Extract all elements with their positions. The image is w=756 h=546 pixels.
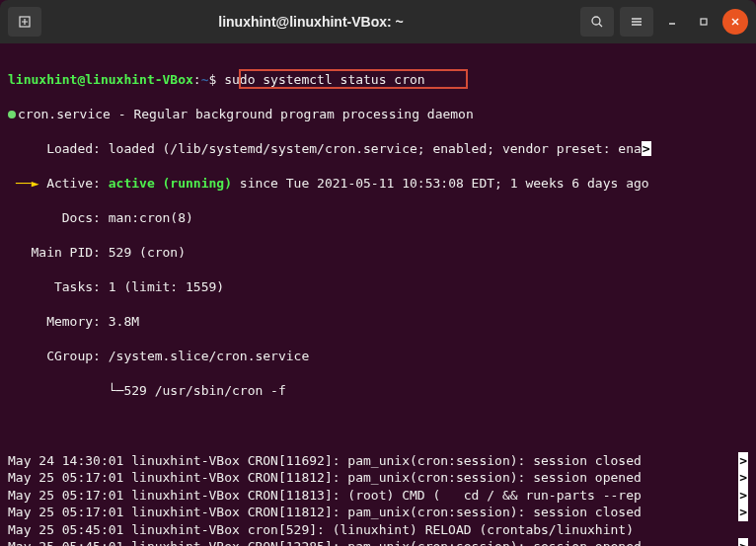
continuation-icon: > (738, 538, 748, 546)
blank-line (8, 417, 748, 434)
continuation-icon: > (738, 504, 748, 521)
svg-line-4 (599, 24, 602, 27)
continuation-icon: > (642, 141, 651, 156)
svg-rect-9 (701, 19, 707, 25)
close-button[interactable] (722, 9, 748, 35)
log-line: May 25 05:17:01 linuxhint-VBox CRON[1181… (8, 487, 748, 505)
minimize-button[interactable] (659, 9, 685, 35)
log-line: May 25 05:17:01 linuxhint-VBox CRON[1181… (8, 469, 748, 487)
log-line: May 25 05:45:01 linuxhint-VBox cron[529]… (8, 521, 748, 539)
status-memory: Memory: 3.8M (8, 313, 748, 331)
log-line: May 25 05:45:01 linuxhint-VBox CRON[1228… (8, 538, 748, 546)
status-mainpid: Main PID: 529 (cron) (8, 244, 748, 262)
status-tasks: Tasks: 1 (limit: 1559) (8, 278, 748, 296)
prompt-line: linuxhint@linuxhint-VBox:~$ sudo systemc… (8, 71, 748, 89)
log-area: May 24 14:30:01 linuxhint-VBox CRON[1169… (8, 452, 748, 546)
status-unit: cron.service - Regular background progra… (8, 106, 748, 123)
svg-point-3 (592, 17, 600, 25)
terminal-body[interactable]: linuxhint@linuxhint-VBox:~$ sudo systemc… (0, 43, 756, 546)
maximize-button[interactable] (691, 9, 717, 35)
menu-button[interactable] (620, 7, 653, 37)
new-tab-button[interactable] (8, 7, 41, 37)
prompt-userhost: linuxhint@linuxhint-VBox (8, 72, 193, 87)
continuation-icon: > (738, 469, 748, 487)
status-cgroup: CGroup: /system.slice/cron.service (8, 348, 748, 365)
prompt-sep: : (193, 72, 201, 87)
arrow-icon: ──► (16, 175, 38, 193)
continuation-icon: > (738, 452, 748, 470)
search-button[interactable] (580, 7, 614, 37)
status-cgroup-sub: └─529 /usr/sbin/cron -f (8, 382, 748, 400)
prompt-path: ~ (201, 72, 209, 87)
status-active: ──► Active: active (running) since Tue 2… (8, 175, 748, 193)
status-docs: Docs: man:cron(8) (8, 209, 748, 227)
window-title: linuxhint@linuxhint-VBox: ~ (49, 14, 572, 30)
titlebar: linuxhint@linuxhint-VBox: ~ (0, 0, 756, 43)
log-line: May 24 14:30:01 linuxhint-VBox CRON[1169… (8, 452, 748, 470)
command-highlight-box (239, 69, 468, 89)
status-loaded: Loaded: loaded (/lib/systemd/system/cron… (8, 140, 748, 158)
continuation-icon: > (738, 487, 748, 505)
log-line: May 25 05:17:01 linuxhint-VBox CRON[1181… (8, 504, 748, 521)
status-dot-icon (8, 111, 16, 118)
